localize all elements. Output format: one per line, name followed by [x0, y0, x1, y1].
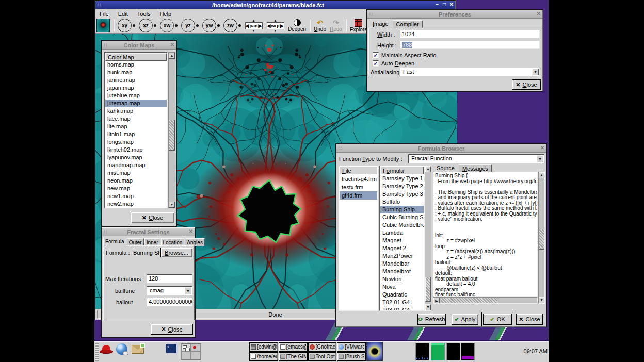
tab-messages[interactable]: Messages [459, 164, 492, 172]
colormap-item[interactable]: hunk.map [105, 69, 167, 76]
axis-drag-dot[interactable] [133, 24, 135, 27]
formula-browser-titlebar[interactable]: ∷ Formula Browser ✕ [336, 144, 546, 153]
colormap-item[interactable]: kahki.map [105, 107, 167, 115]
ok-button[interactable]: ✔ OK [483, 314, 512, 325]
taskbar-window-button[interactable]: [The GIMI [279, 352, 308, 361]
colormaps-close-button[interactable]: ✕ Close [131, 212, 174, 223]
taskbar-window-button[interactable]: [Brush Se [337, 352, 366, 361]
warp-box[interactable]: ◀wrp▶ [267, 22, 284, 29]
colormap-item[interactable]: new.map [105, 185, 167, 192]
web-browser-icon[interactable] [116, 343, 127, 355]
formula-item[interactable]: Buffalo [380, 198, 424, 206]
formula-item[interactable]: Nova [380, 283, 424, 291]
scroll-down-icon[interactable]: ▼ [425, 304, 431, 310]
clock[interactable]: 09:07 AM [517, 348, 548, 354]
taskbar-window-button[interactable]: /home/edw [249, 352, 278, 361]
tab-compiler[interactable]: Compiler [393, 20, 423, 28]
chevron-down-icon[interactable]: ▼ [532, 69, 539, 75]
source-horizontal-scrollbar[interactable]: ◀ ▶ [433, 297, 538, 304]
formula-item[interactable]: Cubic Burning Ship [380, 213, 424, 221]
colormap-item[interactable]: lkmtch02.map [105, 146, 167, 154]
antialiasing-dropdown[interactable]: Fast ▼ [400, 68, 540, 76]
formula-item[interactable]: Barnsley Type 3 [380, 190, 424, 198]
colormap-item[interactable]: mist.map [105, 169, 167, 177]
workspace-3[interactable] [181, 352, 191, 359]
scrollbar-thumb[interactable] [539, 229, 544, 250]
colormap-scrollbar[interactable]: ▲ ▼ [168, 52, 175, 208]
fractal-settings-close-button[interactable]: ✕ Close [151, 324, 193, 335]
formula-browser-close-button[interactable]: ✕ Close [516, 314, 543, 325]
formula-item[interactable]: Barnsley Type 2 [380, 183, 424, 190]
chevron-down-icon[interactable]: ▼ [185, 287, 191, 294]
menu-item[interactable]: File [99, 10, 110, 18]
bailout-field[interactable]: 4.0000000000000000 [147, 298, 192, 306]
file-item[interactable]: gf4d.frm [340, 191, 377, 200]
formula-item[interactable]: Magnet 2 [380, 244, 424, 252]
preferences-close-button[interactable]: ✕ Close [512, 79, 541, 90]
deepen-button[interactable]: Deepen [288, 19, 306, 32]
colormap-item[interactable]: horns.map [105, 61, 167, 69]
fractal-settings-titlebar[interactable]: ∷ Fractal Settings ✕ [102, 228, 195, 236]
scroll-up-icon[interactable]: ▲ [169, 53, 175, 59]
workspace-2[interactable] [191, 344, 201, 352]
formula-source-view[interactable]: Burning Ship {; From the web page http:/… [433, 172, 538, 297]
browse-button[interactable]: Browse... [160, 248, 192, 257]
tab-outer[interactable]: Outer [127, 238, 144, 246]
menu-item[interactable]: Edit [117, 10, 129, 18]
close-icon[interactable]: ✕ [535, 11, 542, 18]
close-icon[interactable]: ✕ [448, 2, 455, 8]
workspace-4[interactable] [191, 352, 201, 359]
axis-button-xy[interactable]: xy [118, 19, 135, 32]
axis-drag-dot[interactable] [196, 24, 199, 27]
tab-angles[interactable]: Angles [185, 238, 205, 246]
axis-drag-dot[interactable] [238, 24, 241, 27]
height-field[interactable]: 768 [400, 41, 540, 49]
formula-item[interactable]: Magnet [380, 237, 424, 244]
maximize-icon[interactable]: □ [441, 2, 448, 8]
taskbar-window-button[interactable]: [emacs@l [279, 342, 308, 352]
formula-item[interactable]: ManZPower [380, 252, 424, 260]
pan-box[interactable]: ◀pan▶ [245, 22, 263, 29]
file-item[interactable]: testx.frm [340, 183, 377, 191]
colormap-column-header[interactable]: Color Map [105, 53, 167, 61]
colormap-item[interactable]: new2.map [105, 200, 167, 207]
close-icon[interactable]: ✕ [187, 228, 195, 235]
function-type-dropdown[interactable]: Fractal Function ▼ [408, 154, 544, 163]
formula-item[interactable]: Cubic Mandelbrot [380, 221, 424, 229]
fractal-applet-thumbnail[interactable] [366, 342, 383, 361]
axis-button-xz[interactable]: xz [139, 19, 156, 32]
formula-item[interactable]: Burning Ship [380, 206, 424, 213]
minimize-icon[interactable]: – [433, 2, 441, 8]
colormap-item[interactable]: litnin1.map [105, 130, 167, 138]
email-icon[interactable] [132, 345, 144, 354]
scroll-up-icon[interactable]: ▲ [425, 166, 431, 172]
close-icon[interactable]: ✕ [539, 145, 546, 152]
taskbar-window-button[interactable]: [Gnofract4 [308, 342, 337, 352]
tab-formula[interactable]: Formula [103, 237, 126, 246]
colormaps-titlebar[interactable]: ∷ Color Maps ✕ [102, 41, 176, 50]
workspace-pager[interactable] [181, 343, 201, 360]
scroll-up-icon[interactable]: ▲ [539, 172, 544, 178]
memory-monitor-applet[interactable] [431, 343, 445, 360]
formula-item[interactable]: Barnsley Type 1 [380, 175, 424, 183]
formula-item[interactable]: T03-01-G4 [380, 306, 424, 310]
swap-monitor-applet[interactable] [461, 343, 475, 360]
pan-spinner[interactable]: ▲◀pan▶▼ [245, 19, 263, 32]
formula-item[interactable]: T02-01-G4 [380, 299, 424, 306]
colormap-item[interactable]: janine.map [105, 76, 167, 84]
scrollbar-thumb[interactable] [425, 277, 431, 302]
preferences-titlebar[interactable]: ∷ Preferences ✕ [367, 10, 542, 19]
redhat-menu-icon[interactable] [100, 345, 113, 355]
formula-item[interactable]: Newton [380, 275, 424, 283]
scrollbar-thumb[interactable] [169, 120, 175, 151]
blank-monitor-applet[interactable] [446, 343, 460, 360]
scroll-down-icon[interactable]: ▼ [539, 297, 544, 303]
colormap-item[interactable]: jutemap.map [105, 100, 167, 107]
colormap-item[interactable]: juteblue.map [105, 92, 167, 100]
formula-column-header[interactable]: Formula [380, 167, 424, 174]
main-titlebar[interactable]: ∷ /home/edwin/gnofract4d/params/blade.fc… [95, 1, 455, 9]
tab-source[interactable]: Source [433, 163, 458, 172]
warp-spinner[interactable]: ▲◀wrp▶▼ [266, 19, 284, 32]
colormap-item[interactable]: neon.map [105, 177, 167, 185]
colormap-item[interactable]: lite.map [105, 123, 167, 130]
